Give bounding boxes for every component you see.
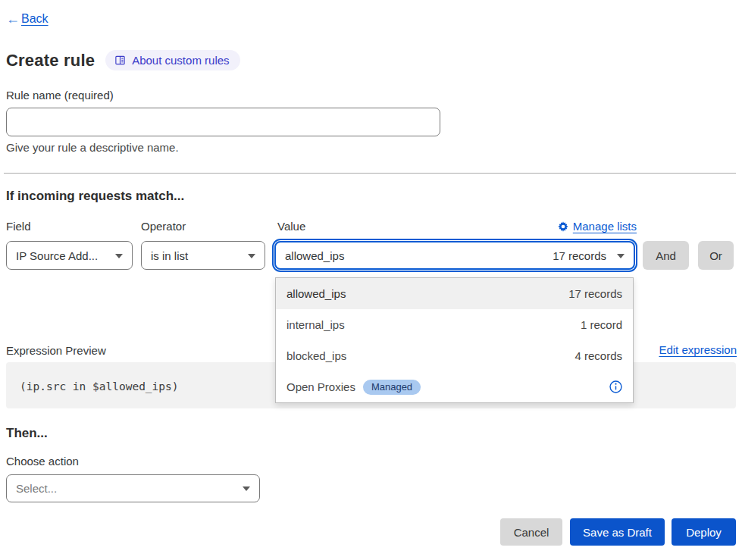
gear-icon: [558, 221, 568, 232]
manage-lists-link[interactable]: Manage lists: [558, 220, 637, 233]
managed-badge: Managed: [363, 380, 421, 395]
section-divider: [4, 173, 736, 174]
and-button[interactable]: And: [643, 241, 689, 270]
value-label: Value: [277, 220, 305, 233]
list-item-meta: 1 record: [581, 318, 622, 331]
chevron-down-icon: [115, 254, 123, 258]
about-badge-label: About custom rules: [132, 54, 229, 67]
field-label: Field: [6, 220, 31, 233]
field-select-value: IP Source Add...: [16, 249, 98, 262]
value-select[interactable]: allowed_ips 17 records: [274, 241, 635, 270]
list-item-internal-ips[interactable]: internal_ips 1 record: [276, 309, 633, 340]
book-icon: [114, 55, 126, 66]
manage-lists-label: Manage lists: [573, 220, 637, 233]
operator-select[interactable]: is in list: [141, 241, 265, 270]
list-item-name: internal_ips: [286, 318, 345, 331]
list-item-open-proxies[interactable]: Open Proxies Managed: [276, 371, 633, 402]
list-item-allowed-ips[interactable]: allowed_ips 17 records: [276, 278, 633, 309]
chevron-down-icon: [617, 254, 625, 258]
chevron-down-icon: [243, 486, 250, 491]
back-link[interactable]: ←Back: [6, 12, 49, 26]
value-dropdown-panel: allowed_ips 17 records internal_ips 1 re…: [275, 277, 634, 403]
action-select-placeholder: Select...: [16, 482, 57, 495]
back-arrow-icon: ←: [6, 12, 20, 26]
or-button[interactable]: Or: [698, 241, 734, 270]
save-as-draft-button[interactable]: Save as Draft: [570, 518, 665, 546]
field-select[interactable]: IP Source Add...: [6, 241, 133, 270]
back-link-label: Back: [21, 12, 49, 26]
list-item-name: Open Proxies: [286, 380, 355, 393]
match-section-heading: If incoming requests match...: [6, 189, 184, 204]
expression-code: (ip.src in $allowed_ips): [20, 380, 179, 393]
chevron-down-icon: [248, 254, 255, 258]
list-item-meta: 17 records: [568, 287, 622, 300]
rule-name-label: Rule name (required): [6, 89, 114, 102]
action-select[interactable]: Select...: [6, 474, 260, 502]
then-section-heading: Then...: [6, 426, 48, 441]
edit-expression-link[interactable]: Edit expression: [659, 343, 737, 356]
choose-action-label: Choose action: [6, 455, 79, 468]
list-item-name: blocked_ips: [286, 349, 346, 362]
page-title: Create rule: [6, 51, 95, 70]
list-item-meta: 4 records: [575, 349, 622, 362]
info-icon[interactable]: [609, 380, 622, 393]
about-custom-rules-link[interactable]: About custom rules: [105, 50, 240, 70]
operator-label: Operator: [141, 220, 186, 233]
list-item-name: allowed_ips: [286, 287, 346, 300]
operator-select-value: is in list: [151, 249, 188, 262]
value-select-value: allowed_ips: [285, 249, 344, 262]
cancel-button[interactable]: Cancel: [500, 518, 562, 546]
rule-name-input[interactable]: [6, 108, 440, 136]
rule-name-helper: Give your rule a descriptive name.: [6, 141, 179, 154]
deploy-button[interactable]: Deploy: [672, 518, 736, 546]
title-row: Create rule About custom rules: [6, 50, 240, 70]
expression-preview-label: Expression Preview: [6, 344, 106, 357]
list-item-blocked-ips[interactable]: blocked_ips 4 records: [276, 340, 633, 371]
value-select-meta: 17 records: [553, 249, 606, 262]
